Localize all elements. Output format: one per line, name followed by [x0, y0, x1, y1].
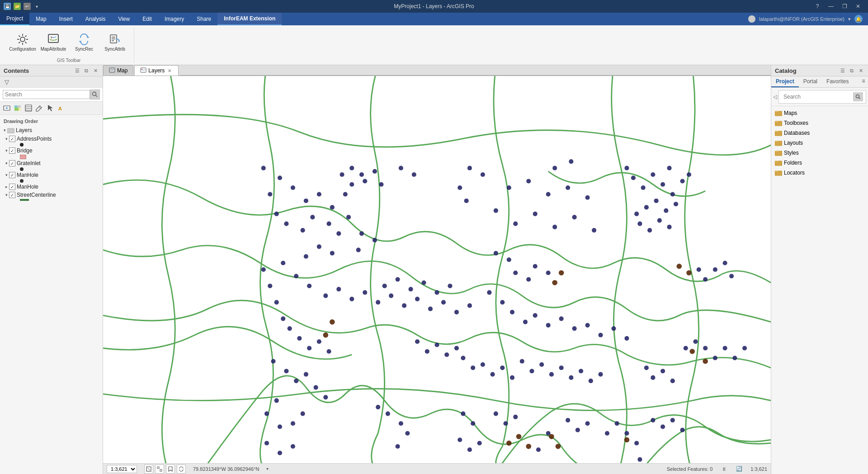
- syncrec-button[interactable]: SyncRec: [71, 29, 98, 55]
- address-points-checkbox[interactable]: [9, 136, 15, 142]
- menu-tab-project[interactable]: Project: [0, 13, 29, 25]
- map-tab[interactable]: Map: [103, 65, 133, 76]
- grateinlet-checkbox[interactable]: [9, 160, 15, 166]
- catalog-item-maps[interactable]: Maps: [771, 108, 868, 118]
- catalog-menu-btn[interactable]: ☰: [839, 67, 846, 74]
- catalog-item-locators[interactable]: Locators: [771, 168, 868, 178]
- svg-rect-299: [775, 111, 782, 116]
- select-button[interactable]: [45, 103, 55, 113]
- mapattribute-button[interactable]: MapAttribute: [40, 29, 67, 55]
- zoom-extent-button[interactable]: [144, 465, 153, 474]
- pause-button[interactable]: ⏸: [720, 465, 728, 473]
- user-dropdown[interactable]: ▾: [848, 16, 851, 22]
- catalog-search-input[interactable]: [782, 93, 853, 101]
- svg-point-53: [349, 297, 354, 301]
- address-points-expander[interactable]: ▾: [4, 136, 9, 142]
- manhole-checkbox[interactable]: [9, 172, 15, 178]
- layers-tab[interactable]: Layers ✕: [134, 65, 179, 76]
- catalog-close-btn[interactable]: ✕: [857, 67, 864, 74]
- grateinlet-item[interactable]: ▾ GrateInlet: [0, 159, 103, 167]
- bridge-item[interactable]: ▾ Bridge: [0, 147, 103, 155]
- menu-tab-imagery[interactable]: Imagery: [158, 13, 190, 25]
- catalog-tab-favorites[interactable]: Favorites: [822, 76, 853, 87]
- catalog-tab-project[interactable]: Project: [771, 76, 799, 87]
- catalog-search-button[interactable]: [853, 92, 863, 101]
- close-button[interactable]: ✕: [852, 0, 864, 13]
- svg-point-257: [686, 270, 692, 275]
- railroad-expander[interactable]: ▸: [4, 184, 9, 190]
- panel-float-btn[interactable]: ⧉: [83, 67, 90, 74]
- basemap-button[interactable]: [13, 103, 23, 113]
- contents-search-input[interactable]: [3, 90, 90, 99]
- label-button[interactable]: A: [56, 103, 66, 113]
- edit-button[interactable]: [34, 103, 44, 113]
- svg-point-54: [363, 290, 367, 295]
- streetcenterline-expander[interactable]: ▾: [4, 192, 9, 198]
- layers-root-item[interactable]: ▾ Layers: [0, 126, 103, 135]
- syncrec-icon: [78, 33, 90, 46]
- minimize-button[interactable]: —: [825, 0, 837, 13]
- add-data-button[interactable]: [2, 103, 12, 113]
- folders-folder-icon: [775, 159, 782, 166]
- menu-tab-map[interactable]: Map: [29, 13, 52, 25]
- menu-tab-edit[interactable]: Edit: [136, 13, 158, 25]
- scale-selector[interactable]: 1:3,621: [107, 465, 137, 473]
- layers-expander[interactable]: ▾: [2, 128, 7, 133]
- catalog-back-btn[interactable]: ◁: [773, 92, 777, 102]
- quick-access-dropdown[interactable]: ▾: [33, 3, 40, 9]
- bridge-checkbox[interactable]: [9, 147, 15, 154]
- maximize-button[interactable]: ❐: [838, 0, 851, 13]
- panel-close-btn[interactable]: ✕: [92, 67, 99, 74]
- help-button[interactable]: ?: [811, 0, 824, 13]
- layers-tab-close[interactable]: ✕: [166, 67, 173, 74]
- menu-tab-inforeamt[interactable]: InforEAM Extension: [217, 13, 282, 25]
- catalog-item-layouts[interactable]: Layouts: [771, 138, 868, 148]
- svg-point-62: [467, 303, 472, 308]
- syncattrib-button[interactable]: SyncAttrib: [101, 29, 128, 55]
- sync-button[interactable]: [177, 465, 186, 474]
- catalog-item-styles[interactable]: Styles: [771, 148, 868, 158]
- catalog-float-btn[interactable]: ⧉: [848, 67, 855, 74]
- app-icon-save: 💾: [4, 3, 11, 10]
- menu-tab-analysis[interactable]: Analysis: [79, 13, 112, 25]
- svg-point-135: [487, 290, 491, 295]
- manhole-expander[interactable]: ▾: [4, 172, 9, 178]
- manhole-item[interactable]: ▾ ManHole: [0, 171, 103, 179]
- map-tools-row: [144, 465, 186, 474]
- bridge-expander[interactable]: ▾: [4, 148, 9, 153]
- catalog-item-folders[interactable]: Folders: [771, 158, 868, 168]
- panel-menu-btn[interactable]: ☰: [74, 67, 81, 74]
- map-canvas[interactable]: [103, 76, 771, 463]
- svg-point-106: [637, 222, 642, 226]
- configuration-button[interactable]: Configuration: [9, 29, 36, 55]
- menu-tab-insert[interactable]: Insert: [53, 13, 79, 25]
- menu-tab-share[interactable]: Share: [190, 13, 217, 25]
- svg-point-0: [20, 37, 25, 42]
- contents-search-button[interactable]: [90, 90, 100, 100]
- railroad-checkbox[interactable]: [9, 184, 15, 190]
- catalog-tab-portal[interactable]: Portal: [799, 76, 822, 87]
- svg-point-108: [657, 218, 662, 223]
- svg-point-235: [589, 379, 593, 383]
- coordinates-dropdown[interactable]: ▾: [266, 466, 269, 471]
- layer-properties-button[interactable]: [24, 103, 33, 113]
- bookmark-button[interactable]: [166, 465, 175, 474]
- catalog-item-databases[interactable]: Databases: [771, 128, 868, 138]
- svg-point-46: [317, 244, 321, 249]
- filter-icon[interactable]: ▽: [3, 78, 11, 86]
- streetcenterline-checkbox[interactable]: [9, 192, 15, 198]
- svg-point-177: [660, 424, 665, 429]
- catalog-item-toolboxes[interactable]: Toolboxes: [771, 118, 868, 128]
- menu-tab-view[interactable]: View: [112, 13, 136, 25]
- address-points-item[interactable]: ▾ AddressPoints: [0, 135, 103, 143]
- notification-icon[interactable]: 🔔: [854, 15, 863, 23]
- full-extent-button[interactable]: [155, 465, 164, 474]
- streetcenterline-item[interactable]: ▾ StreetCenterline: [0, 191, 103, 199]
- svg-point-256: [676, 264, 682, 269]
- grateinlet-expander[interactable]: ▾: [4, 161, 9, 166]
- railroad-item[interactable]: ▸ ManHole: [0, 183, 103, 191]
- svg-point-84: [274, 398, 279, 403]
- svg-point-191: [349, 166, 354, 170]
- refresh-button[interactable]: 🔄: [735, 465, 743, 473]
- catalog-hamburger[interactable]: ≡: [859, 76, 868, 85]
